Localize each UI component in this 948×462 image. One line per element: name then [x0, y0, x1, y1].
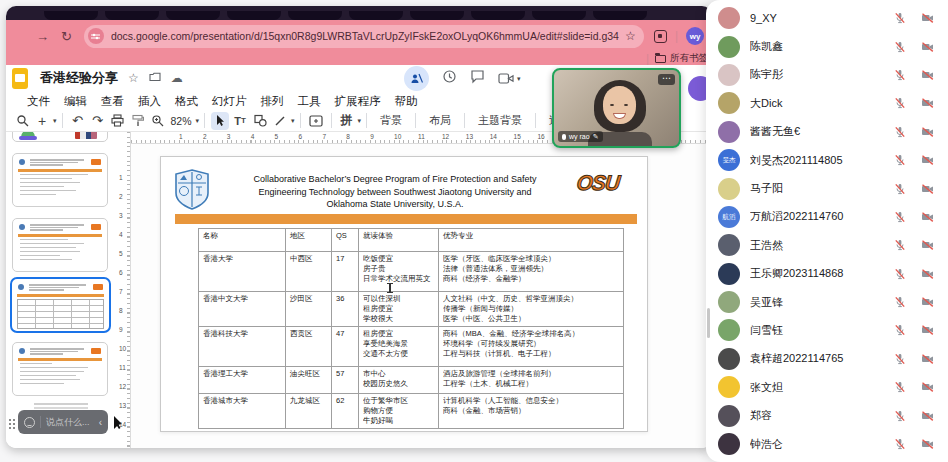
- camera-off-icon[interactable]: [921, 296, 934, 308]
- browser-profile-avatar[interactable]: wy: [686, 27, 704, 45]
- participant-row[interactable]: 张文炟: [706, 373, 948, 401]
- participant-row[interactable]: 陈凯鑫: [706, 32, 948, 60]
- browser-tab[interactable]: [532, 11, 586, 20]
- address-bar[interactable]: docs.google.com/presentation/d/15qxn0R8g…: [84, 25, 644, 48]
- participant-row[interactable]: 大Dick: [706, 89, 948, 117]
- menu-格式[interactable]: 格式: [171, 93, 202, 110]
- camera-off-icon[interactable]: [921, 353, 934, 365]
- reload-icon[interactable]: ↻: [61, 29, 72, 44]
- move-folder-icon[interactable]: [149, 71, 161, 85]
- star-document-icon[interactable]: ☆: [128, 71, 139, 85]
- slide-thumbnail-3[interactable]: [12, 218, 108, 272]
- divider-bar[interactable]: [175, 214, 637, 224]
- slide-title[interactable]: Collaborative Bachelor’s Degree Program …: [223, 173, 567, 211]
- zoom-icon[interactable]: [149, 112, 167, 130]
- camera-off-icon[interactable]: [921, 211, 934, 223]
- participant-row[interactable]: 钟浩仑: [706, 430, 948, 458]
- forward-icon[interactable]: →: [36, 29, 49, 44]
- menu-编辑[interactable]: 编辑: [60, 93, 91, 110]
- camera-off-icon[interactable]: [921, 268, 934, 280]
- mic-muted-icon[interactable]: [894, 211, 906, 223]
- menu-幻灯片[interactable]: 幻灯片: [208, 93, 251, 110]
- camera-off-icon[interactable]: [921, 410, 934, 422]
- camera-off-icon[interactable]: [921, 324, 934, 336]
- menu-帮助[interactable]: 帮助: [391, 93, 422, 110]
- participant-row[interactable]: 闫雪钰: [706, 316, 948, 344]
- input-method-button[interactable]: 拼: [338, 112, 356, 130]
- universities-table[interactable]: 名称地区QS就读体验优势专业 香港大学 中西区 17 吃饭便宜房子贵日常学术交流…: [198, 228, 624, 429]
- camera-off-icon[interactable]: [921, 239, 934, 251]
- browser-tab[interactable]: [105, 11, 159, 20]
- mic-muted-icon[interactable]: [894, 97, 906, 109]
- participant-row[interactable]: 王浩然: [706, 231, 948, 259]
- text-box-icon[interactable]: TT: [231, 112, 249, 130]
- cloud-status-icon[interactable]: ☁: [171, 71, 183, 85]
- slide-thumbnail-2[interactable]: [12, 153, 108, 207]
- camera-off-icon[interactable]: [921, 154, 934, 166]
- mic-muted-icon[interactable]: [894, 239, 906, 251]
- presenter-mode-icon[interactable]: [404, 66, 429, 91]
- camera-off-icon[interactable]: [921, 183, 934, 195]
- mic-muted-icon[interactable]: [894, 353, 906, 365]
- mic-muted-icon[interactable]: [894, 410, 906, 422]
- participant-row[interactable]: 9_XY: [706, 4, 948, 32]
- present-to-meeting-button[interactable]: ▾: [498, 72, 521, 85]
- slide-thumbnail-1[interactable]: [12, 132, 108, 142]
- webcam-overlay[interactable]: ⋯ wy rao ✎: [552, 68, 681, 148]
- drag-dots-icon[interactable]: [8, 418, 16, 430]
- participant-row[interactable]: 王乐卿2023114868: [706, 260, 948, 288]
- chevron-down-icon[interactable]: ▾: [53, 117, 57, 125]
- menu-查看[interactable]: 查看: [97, 93, 128, 110]
- chevron-down-icon[interactable]: ▾: [358, 117, 362, 125]
- shape-icon[interactable]: [251, 112, 269, 130]
- participant-row[interactable]: 吴亚锋: [706, 288, 948, 316]
- chat-input-placeholder[interactable]: 说点什么...: [46, 416, 99, 429]
- mic-muted-icon[interactable]: [894, 41, 906, 53]
- camera-off-icon[interactable]: [921, 381, 934, 393]
- zoom-level-select[interactable]: 82%: [171, 115, 192, 127]
- mic-muted-icon[interactable]: [894, 268, 906, 280]
- participant-row[interactable]: 郑容: [706, 401, 948, 429]
- collapse-chevron-icon[interactable]: ‹: [99, 417, 102, 428]
- mic-muted-icon[interactable]: [894, 69, 906, 81]
- camera-off-icon[interactable]: [921, 97, 934, 109]
- browser-tab[interactable]: [593, 11, 647, 20]
- mic-muted-icon[interactable]: [894, 154, 906, 166]
- menu-工具[interactable]: 工具: [294, 93, 325, 110]
- undo-icon[interactable]: ↶: [69, 112, 87, 130]
- address-url[interactable]: docs.google.com/presentation/d/15qxn0R8g…: [111, 30, 619, 42]
- toolbar-button-背景[interactable]: 背景: [372, 113, 410, 128]
- line-icon[interactable]: [271, 112, 289, 130]
- mic-muted-icon[interactable]: [894, 381, 906, 393]
- mic-muted-icon[interactable]: [894, 126, 906, 138]
- browser-tab[interactable]: [410, 11, 464, 20]
- image-icon[interactable]: [307, 112, 325, 130]
- slides-logo-icon[interactable]: [12, 68, 28, 89]
- paint-format-icon[interactable]: [129, 112, 147, 130]
- menu-排列[interactable]: 排列: [257, 93, 288, 110]
- toolbar-button-主题背景[interactable]: 主题背景: [470, 113, 530, 128]
- browser-tab[interactable]: [288, 11, 342, 20]
- menu-文件[interactable]: 文件: [23, 93, 54, 110]
- participant-row[interactable]: 陈宇彤: [706, 61, 948, 89]
- participant-row[interactable]: 马子阳: [706, 174, 948, 202]
- camera-off-icon[interactable]: [921, 69, 934, 81]
- new-slide-button[interactable]: +: [33, 112, 51, 130]
- bookmarks-folder-icon[interactable]: [655, 55, 666, 63]
- camera-off-icon[interactable]: [921, 12, 934, 24]
- webcam-name-label[interactable]: wy rao ✎: [558, 131, 603, 142]
- extension-icon[interactable]: [654, 30, 667, 43]
- camera-off-icon[interactable]: [921, 126, 934, 138]
- participant-row[interactable]: 袁梓超2022114765: [706, 345, 948, 373]
- tune-icon[interactable]: [88, 28, 104, 44]
- participant-row[interactable]: 酱酱无鱼€: [706, 118, 948, 146]
- menu-插入[interactable]: 插入: [134, 93, 165, 110]
- browser-tab[interactable]: [349, 11, 403, 20]
- mic-muted-icon[interactable]: [894, 12, 906, 24]
- browser-tab[interactable]: [227, 11, 281, 20]
- version-history-icon[interactable]: [442, 69, 457, 88]
- comments-icon[interactable]: [470, 69, 485, 88]
- browser-tab[interactable]: [44, 11, 98, 20]
- camera-off-icon[interactable]: [921, 438, 934, 450]
- browser-tab[interactable]: [166, 11, 220, 20]
